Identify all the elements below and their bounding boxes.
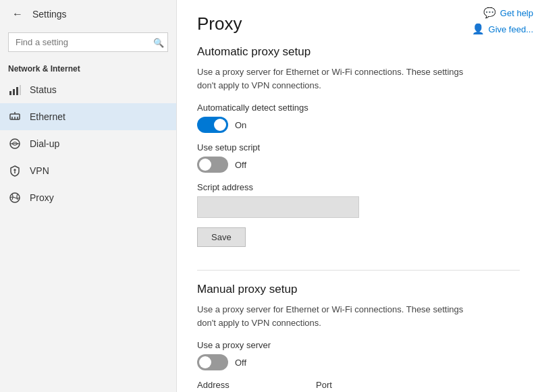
svg-rect-3 — [20, 85, 21, 95]
script-address-input[interactable] — [197, 196, 359, 218]
manual-section-desc: Use a proxy server for Ethernet or Wi-Fi… — [197, 303, 481, 329]
sidebar-header: ← Settings — [0, 0, 176, 28]
address-col: Address — [197, 380, 305, 392]
use-proxy-label: Use a proxy server — [197, 340, 520, 350]
get-help-link[interactable]: 💬 Get help — [483, 7, 533, 19]
nav-section-label: Network & Internet — [0, 59, 176, 76]
sidebar-item-proxy[interactable]: Proxy — [0, 184, 176, 211]
main-content: 💬 Get help 👤 Give feed... Proxy Automati… — [177, 0, 540, 392]
setup-script-setting: Use setup script Off — [197, 142, 520, 173]
use-proxy-thumb — [199, 356, 211, 368]
svg-rect-1 — [13, 89, 15, 95]
give-feedback-icon: 👤 — [472, 23, 485, 35]
sidebar-item-label-status: Status — [30, 84, 57, 95]
sidebar-item-label-proxy: Proxy — [30, 192, 54, 203]
use-proxy-state-text: Off — [235, 358, 246, 368]
script-address-setting: Script address — [197, 182, 520, 218]
auto-detect-label: Automatically detect settings — [197, 103, 520, 113]
back-button[interactable]: ← — [8, 7, 27, 22]
auto-detect-toggle-row: On — [197, 117, 520, 133]
get-help-label: Get help — [500, 8, 533, 18]
automatic-section-desc: Use a proxy server for Ethernet or Wi-Fi… — [197, 65, 481, 92]
give-feedback-link[interactable]: 👤 Give feed... — [472, 23, 533, 35]
setup-script-toggle[interactable] — [197, 157, 228, 173]
proxy-icon — [8, 191, 22, 204]
back-icon: ← — [12, 8, 23, 20]
setup-script-state-text: Off — [235, 160, 246, 170]
manual-section-heading: Manual proxy setup — [197, 283, 520, 296]
auto-detect-track — [197, 117, 228, 133]
auto-detect-toggle[interactable] — [197, 117, 228, 133]
help-links: 💬 Get help 👤 Give feed... — [472, 7, 533, 35]
give-feedback-label: Give feed... — [489, 24, 533, 34]
port-col: Port — [316, 380, 370, 392]
setup-script-track — [197, 157, 228, 173]
setup-script-toggle-row: Off — [197, 157, 520, 173]
svg-rect-2 — [16, 87, 18, 95]
svg-rect-0 — [9, 91, 11, 95]
auto-detect-setting: Automatically detect settings On — [197, 103, 520, 133]
address-port-row: Address Port — [197, 380, 520, 392]
sidebar-item-ethernet[interactable]: Ethernet — [0, 103, 176, 130]
search-input[interactable] — [8, 32, 168, 52]
vpn-icon — [8, 164, 22, 177]
ethernet-icon — [8, 110, 22, 123]
dialup-icon — [8, 137, 22, 150]
save-button[interactable]: Save — [197, 227, 246, 247]
auto-detect-thumb — [214, 119, 226, 131]
setup-script-label: Use setup script — [197, 142, 520, 152]
get-help-icon: 💬 — [483, 7, 496, 19]
use-proxy-toggle-row: Off — [197, 354, 520, 370]
auto-detect-state-text: On — [235, 120, 246, 130]
script-address-label: Script address — [197, 182, 520, 192]
use-proxy-setting: Use a proxy server Off — [197, 340, 520, 370]
sidebar-item-vpn[interactable]: VPN — [0, 157, 176, 184]
search-box: 🔍 — [8, 32, 168, 52]
search-icon: 🔍 — [153, 37, 164, 47]
sidebar-item-dialup[interactable]: Dial-up — [0, 130, 176, 157]
search-icon-button[interactable]: 🔍 — [153, 37, 164, 47]
automatic-section-heading: Automatic proxy setup — [197, 45, 520, 59]
sidebar-item-label-dialup: Dial-up — [30, 138, 59, 149]
status-icon — [8, 83, 22, 96]
setup-script-thumb — [199, 159, 211, 171]
sidebar-item-label-ethernet: Ethernet — [30, 111, 65, 122]
port-label: Port — [316, 380, 370, 390]
settings-title: Settings — [32, 9, 67, 20]
use-proxy-toggle[interactable] — [197, 354, 228, 370]
use-proxy-track — [197, 354, 228, 370]
address-label: Address — [197, 380, 305, 390]
section-divider — [197, 270, 520, 271]
sidebar-item-label-vpn: VPN — [30, 165, 49, 176]
sidebar-item-status[interactable]: Status — [0, 76, 176, 103]
sidebar: ← Settings 🔍 Network & Internet Status — [0, 0, 177, 392]
